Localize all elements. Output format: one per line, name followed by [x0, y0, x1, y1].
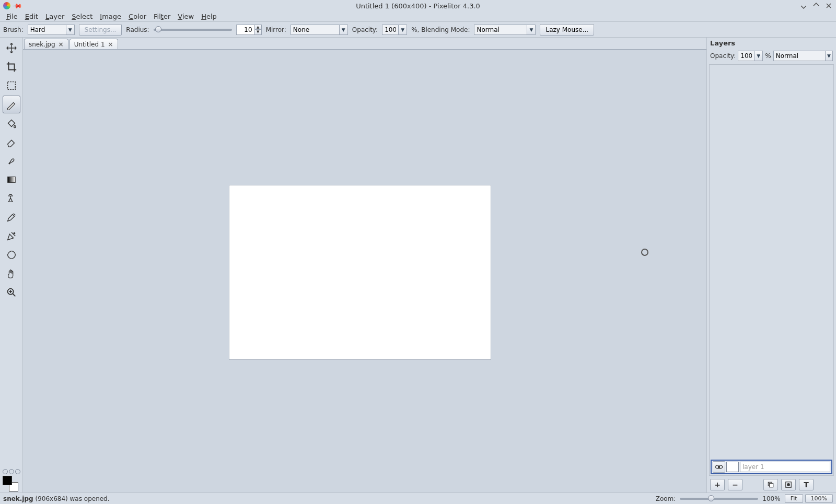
- hand-tool[interactable]: [3, 265, 20, 283]
- svg-rect-1: [7, 177, 15, 183]
- chevron-down-icon[interactable]: ▼: [398, 25, 407, 34]
- layer-row[interactable]: [711, 460, 832, 474]
- color-swatches: [3, 469, 20, 491]
- radius-label: Radius:: [126, 26, 149, 33]
- color-picker-tool[interactable]: [3, 208, 20, 226]
- crop-tool[interactable]: [3, 58, 20, 76]
- move-tool[interactable]: [3, 39, 20, 57]
- opacity-combo[interactable]: ▼: [382, 25, 407, 35]
- chevron-down-icon[interactable]: ▼: [527, 25, 535, 34]
- visibility-toggle[interactable]: [713, 461, 725, 473]
- tab-untitled[interactable]: Untitled 1 ×: [69, 39, 118, 49]
- opacity-label: Opacity:: [352, 26, 378, 33]
- zoom-slider[interactable]: [680, 498, 758, 500]
- window-title: Untitled 1 (600x400) - Pixelitor 4.3.0: [160, 2, 676, 10]
- zoom-slider-thumb[interactable]: [708, 495, 714, 501]
- duplicate-layer-button[interactable]: [763, 479, 778, 490]
- swap-colors-icon[interactable]: [3, 469, 8, 474]
- text-layer-button[interactable]: T: [799, 479, 814, 490]
- menu-help[interactable]: Help: [198, 11, 220, 21]
- brush-tool[interactable]: [3, 96, 20, 113]
- layer-thumbnail[interactable]: [726, 462, 739, 472]
- canvas-viewport[interactable]: [23, 49, 706, 493]
- brush-value[interactable]: [28, 25, 66, 34]
- radius-spinner[interactable]: ▲▼: [236, 25, 262, 35]
- close-button[interactable]: [825, 2, 833, 10]
- titlebar: 📌 Untitled 1 (600x400) - Pixelitor 4.3.0: [0, 0, 836, 11]
- menu-layer[interactable]: Layer: [42, 11, 67, 21]
- layer-blend-value[interactable]: [774, 51, 825, 61]
- status-filename: snek.jpg: [3, 495, 33, 502]
- percent-label: %: [765, 52, 771, 60]
- canvas[interactable]: [229, 185, 491, 359]
- shapes-tool[interactable]: [3, 246, 20, 264]
- status-message: snek.jpg (906x684) was opened.: [3, 495, 652, 502]
- brush-settings-button[interactable]: Settings...: [79, 24, 122, 36]
- brush-cursor-icon: [641, 249, 648, 256]
- opacity-value[interactable]: [382, 25, 398, 34]
- document-tabs: snek.jpg × Untitled 1 ×: [23, 38, 706, 49]
- tab-snek[interactable]: snek.jpg ×: [24, 39, 68, 49]
- tool-palette: [0, 38, 23, 493]
- chevron-down-icon[interactable]: ▼: [825, 51, 832, 61]
- app-icon: [3, 2, 10, 9]
- radius-up[interactable]: ▲: [255, 25, 261, 30]
- default-colors-icon[interactable]: [9, 469, 14, 474]
- layer-list: [709, 64, 834, 476]
- layer-opacity-combo[interactable]: ▼: [738, 51, 763, 61]
- add-layer-button[interactable]: +: [710, 479, 725, 490]
- brush-label: Brush:: [3, 26, 24, 33]
- maximize-button[interactable]: [812, 2, 820, 10]
- lazy-mouse-button[interactable]: Lazy Mouse...: [540, 24, 594, 36]
- zoom-tool[interactable]: [3, 284, 20, 301]
- menu-filter[interactable]: Filter: [150, 11, 173, 21]
- clone-tool[interactable]: [3, 190, 20, 207]
- chevron-down-icon[interactable]: ▼: [339, 25, 347, 34]
- menubar: File Edit Layer Select Image Color Filte…: [0, 11, 836, 22]
- mirror-label: Mirror:: [266, 26, 286, 33]
- radius-down[interactable]: ▼: [255, 30, 261, 34]
- menu-file[interactable]: File: [3, 11, 21, 21]
- layer-opacity-value[interactable]: [738, 51, 754, 61]
- zoom-fit-button[interactable]: Fit: [785, 494, 803, 503]
- mirror-value[interactable]: [291, 25, 339, 34]
- zoom-100-button[interactable]: 100%: [805, 494, 833, 503]
- selection-tool[interactable]: [3, 77, 20, 95]
- chevron-down-icon[interactable]: ▼: [754, 51, 762, 61]
- blend-value[interactable]: [474, 25, 527, 34]
- close-icon[interactable]: ×: [108, 41, 113, 48]
- menu-edit[interactable]: Edit: [22, 11, 41, 21]
- menu-color[interactable]: Color: [125, 11, 149, 21]
- document-area: snek.jpg × Untitled 1 ×: [23, 38, 706, 493]
- radius-slider[interactable]: [154, 29, 232, 31]
- menu-view[interactable]: View: [175, 11, 197, 21]
- delete-layer-button[interactable]: −: [728, 479, 742, 490]
- eraser-tool[interactable]: [3, 133, 20, 151]
- status-rest: (906x684) was opened.: [33, 495, 110, 502]
- menu-select[interactable]: Select: [68, 11, 96, 21]
- close-icon[interactable]: ×: [59, 41, 64, 48]
- layer-blend-combo[interactable]: ▼: [773, 51, 833, 61]
- layer-name-input[interactable]: [740, 462, 830, 472]
- random-colors-icon[interactable]: [15, 469, 20, 474]
- minimize-button[interactable]: [799, 2, 808, 10]
- chevron-down-icon[interactable]: ▼: [66, 25, 74, 34]
- zoom-label: Zoom:: [656, 495, 676, 502]
- smudge-tool[interactable]: [3, 152, 20, 170]
- layer-mask-button[interactable]: [781, 479, 796, 490]
- pin-icon[interactable]: 📌: [12, 1, 23, 11]
- tool-options-bar: Brush: ▼ Settings... Radius: ▲▼ Mirror: …: [0, 22, 836, 38]
- mirror-combo[interactable]: ▼: [291, 25, 348, 35]
- gradient-tool[interactable]: [3, 171, 20, 189]
- radius-value[interactable]: [237, 26, 254, 33]
- radius-slider-thumb[interactable]: [155, 26, 161, 32]
- tab-label: snek.jpg: [29, 41, 55, 48]
- menu-image[interactable]: Image: [97, 11, 124, 21]
- fill-tool[interactable]: [3, 114, 20, 132]
- pen-tool[interactable]: [3, 227, 20, 245]
- foreground-color[interactable]: [3, 476, 12, 485]
- blend-combo[interactable]: ▼: [474, 25, 536, 35]
- zoom-value: 100%: [762, 495, 780, 502]
- brush-combo[interactable]: ▼: [28, 25, 75, 35]
- layers-title: Layers: [707, 38, 836, 49]
